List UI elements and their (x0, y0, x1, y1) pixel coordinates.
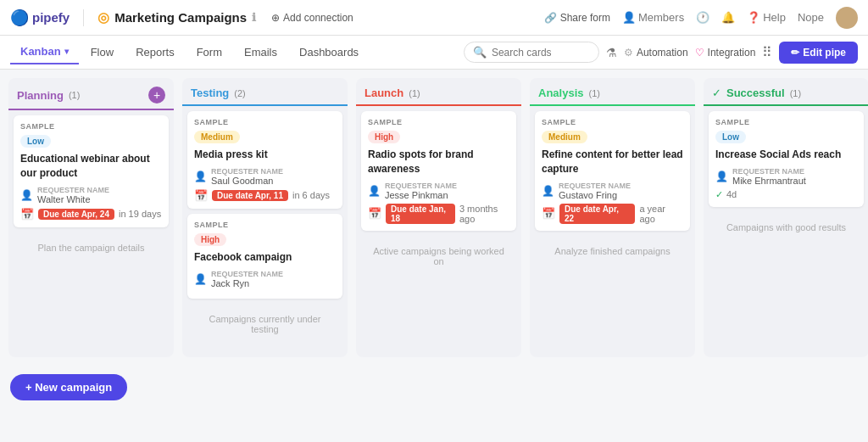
nav-item-kanban[interactable]: Kanban ▾ (10, 40, 79, 64)
card-title: Increase Social Ads reach (715, 148, 857, 162)
kanban-board: Planning(1)+SAMPLELowEducational webinar… (0, 70, 868, 366)
nav-reports-label: Reports (136, 46, 175, 59)
nav-dashboards-label: Dashboards (299, 46, 359, 59)
card-requester-info: REQUESTER NAMEJack Ryn (211, 270, 283, 288)
column-title-planning: Planning (17, 89, 64, 102)
requester-label: REQUESTER NAME (211, 270, 283, 278)
top-bar-right: 🔗 Share form 👤 Members 🕐 🔔 ❓ Help Nope (544, 7, 858, 29)
nav-item-dashboards[interactable]: Dashboards (289, 41, 369, 64)
card-title: Educational webinar about our product (20, 152, 162, 181)
column-analysis: Analysis(1)SAMPLEMediumRefine content fo… (530, 78, 695, 357)
add-connection-label: Add connection (283, 12, 353, 24)
column-title-testing: Testing (191, 87, 229, 99)
user-icon: 👤 (194, 171, 207, 182)
calendar-icon: 📅 (20, 208, 34, 221)
due-days-text: 3 months ago (459, 204, 509, 224)
card-check-row: ✓4d (715, 189, 857, 200)
user-icon: 👤 (542, 185, 554, 197)
card-title: Radio spots for brand awareness (368, 148, 509, 176)
card-sample-label: SAMPLE (715, 118, 857, 126)
nav-item-reports[interactable]: Reports (125, 41, 185, 64)
add-connection-btn[interactable]: ⊕ Add connection (264, 8, 360, 27)
members-btn[interactable]: 👤 Members (622, 11, 684, 24)
search-box[interactable]: 🔍 (464, 42, 599, 63)
edit-pipe-button[interactable]: ✏ Edit pipe (779, 42, 858, 64)
integration-icon: ♡ (695, 47, 704, 59)
avatar[interactable] (836, 7, 858, 29)
info-icon[interactable]: ℹ (252, 11, 256, 24)
card-requester-row: 👤REQUESTER NAMEWalter White (20, 186, 162, 204)
column-add-btn-planning[interactable]: + (148, 87, 165, 104)
new-campaign-button[interactable]: + New campaign (10, 374, 127, 400)
clock-btn[interactable]: 🕐 (696, 11, 709, 24)
share-form-btn[interactable]: 🔗 Share form (544, 12, 610, 24)
requester-label: REQUESTER NAME (732, 167, 806, 176)
user-name: Nope (798, 11, 824, 24)
members-icon: 👤 (622, 11, 636, 24)
card-priority-badge: High (194, 233, 226, 246)
clock-icon: 🕐 (696, 11, 709, 24)
column-planning: Planning(1)+SAMPLELowEducational webinar… (8, 78, 174, 357)
column-body-launch: SAMPLEHighRadio spots for brand awarenes… (356, 106, 521, 357)
chevron-down-icon: ▾ (64, 47, 69, 56)
requester-name: Jack Ryn (211, 278, 283, 288)
calendar-icon: 📅 (368, 207, 381, 220)
card-sample-label: SAMPLE (194, 221, 336, 229)
card-requester-info: REQUESTER NAMEWalter White (37, 186, 109, 204)
search-input[interactable] (492, 47, 590, 59)
column-body-successful: SAMPLELowIncrease Social Ads reach👤REQUE… (704, 106, 868, 357)
nav-form-label: Form (197, 46, 222, 59)
nav-item-form[interactable]: Form (186, 41, 232, 64)
title-text: Marketing Campaigns (114, 10, 247, 25)
card-sample-label: SAMPLE (194, 118, 336, 126)
top-bar: 🔵 pipefy ◎ Marketing Campaigns ℹ ⊕ Add c… (0, 0, 868, 36)
card-priority-badge: Medium (194, 131, 240, 143)
automation-btn[interactable]: ⚙ Automation (624, 47, 688, 59)
nav-item-flow[interactable]: Flow (81, 41, 124, 64)
card-title: Facebook campaign (194, 250, 336, 265)
requester-name: Gustavo Fring (559, 190, 631, 200)
due-date-badge: Due date Apr, 22 (559, 204, 635, 224)
card-priority-badge: Low (20, 135, 51, 148)
card-requester-info: REQUESTER NAMEMike Ehrmantraut (732, 167, 806, 186)
card[interactable]: SAMPLEHighFacebook campaign👤REQUESTER NA… (187, 214, 342, 299)
due-days-text: a year ago (639, 204, 683, 224)
card-priority-badge: Medium (542, 131, 587, 143)
column-empty-msg-testing: Campaigns currently under testing (187, 304, 342, 344)
bottom-bar: + New campaign (0, 366, 868, 408)
card-title: Media press kit (194, 148, 336, 162)
members-label: Members (638, 11, 684, 24)
card-requester-info: REQUESTER NAMESaul Goodman (211, 167, 283, 186)
card[interactable]: SAMPLEHighRadio spots for brand awarenes… (361, 111, 516, 231)
check-time-text: 4d (726, 189, 737, 199)
user-icon: 👤 (194, 273, 207, 285)
due-days-text: in 6 days (292, 190, 330, 200)
integration-btn[interactable]: ♡ Integration (695, 47, 756, 59)
help-btn[interactable]: ❓ Help (747, 11, 786, 24)
column-count-launch: (1) (409, 88, 420, 98)
nav-kanban-label: Kanban (20, 45, 61, 58)
column-body-planning: SAMPLELowEducational webinar about our p… (8, 110, 174, 357)
card-requester-row: 👤REQUESTER NAMEJesse Pinkman (368, 182, 509, 200)
nav-item-emails[interactable]: Emails (234, 41, 287, 64)
card[interactable]: SAMPLEMediumRefine content for better le… (535, 111, 690, 231)
card-priority-badge: High (368, 131, 400, 143)
requester-label: REQUESTER NAME (37, 186, 109, 194)
new-campaign-label: + New campaign (25, 381, 112, 394)
card[interactable]: SAMPLELowIncrease Social Ads reach👤REQUE… (709, 111, 864, 207)
card[interactable]: SAMPLELowEducational webinar about our p… (14, 115, 169, 227)
due-days-text: in 19 days (119, 209, 161, 219)
card-sample-label: SAMPLE (20, 122, 162, 131)
nav-emails-label: Emails (244, 46, 277, 59)
automation-icon: ⚙ (624, 47, 633, 59)
notification-btn[interactable]: 🔔 (721, 11, 735, 24)
user-icon: 👤 (368, 185, 381, 197)
check-circle-icon: ✓ (712, 87, 721, 99)
card[interactable]: SAMPLEMediumMedia press kit👤REQUESTER NA… (187, 111, 342, 209)
user-icon: 👤 (20, 189, 33, 201)
calendar-icon: 📅 (542, 207, 555, 220)
filter-icon[interactable]: ⚗ (606, 46, 617, 59)
user-name-text: Nope (798, 11, 824, 24)
grid-icon[interactable]: ⠿ (762, 44, 772, 60)
card-requester-info: REQUESTER NAMEGustavo Fring (559, 182, 631, 200)
